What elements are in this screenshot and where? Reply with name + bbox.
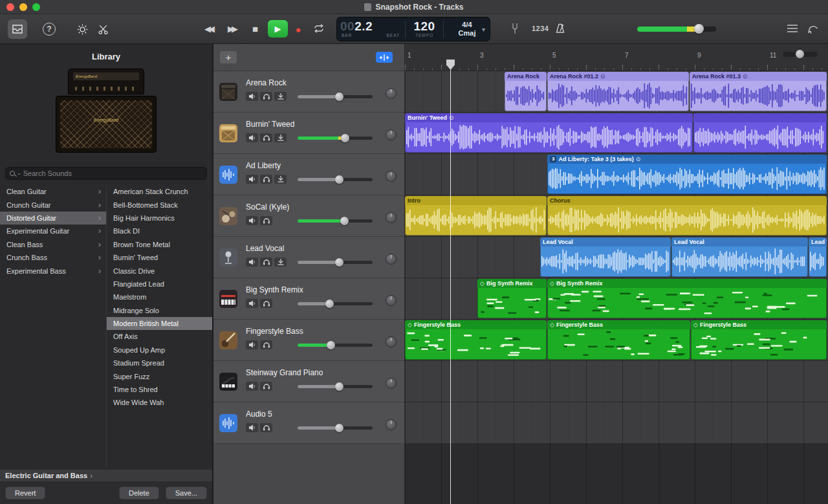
input-monitor-button[interactable] xyxy=(274,257,287,267)
pan-knob[interactable] xyxy=(386,336,397,347)
volume-thumb[interactable] xyxy=(327,341,335,349)
zoom-slider-knob[interactable] xyxy=(796,50,804,58)
midi-region-fingerstyle-bass[interactable]: ◇Fingerstyle Bass xyxy=(405,320,547,360)
loop-browser-button[interactable] xyxy=(807,23,818,34)
volume-slider[interactable] xyxy=(298,385,373,388)
lcd-tempo[interactable]: 120 TEMPO xyxy=(406,17,443,41)
track-header-burnin-tweed[interactable]: Burnin' Tweed xyxy=(213,113,405,154)
audio-region-intro[interactable]: Intro xyxy=(405,196,547,236)
pan-knob[interactable] xyxy=(386,378,397,389)
track-header-lead-vocal[interactable]: Lead Vocal xyxy=(213,237,405,278)
quick-help-button[interactable]: ? xyxy=(43,23,56,36)
library-patch-burnin-tweed[interactable]: Burnin' Tweed xyxy=(107,251,212,264)
library-patch-maelstrom[interactable]: Maelstrom xyxy=(107,290,212,303)
track-header-socal-kyle[interactable]: SoCal (Kyle) xyxy=(213,195,405,237)
revert-button[interactable]: Revert xyxy=(5,487,45,499)
library-patch-time-to-shred[interactable]: Time to Shred xyxy=(107,383,212,396)
mute-button[interactable] xyxy=(246,133,258,142)
library-category-clean-bass[interactable]: Clean Bass› xyxy=(0,238,106,251)
solo-button[interactable] xyxy=(260,216,272,225)
mute-button[interactable] xyxy=(246,257,258,267)
track-lane-steinway-grand-piano[interactable] xyxy=(405,361,828,402)
audio-region-arena-rock-01-2[interactable]: Arena Rock #01.2⊙ xyxy=(547,72,689,111)
library-patch-midrange-solo[interactable]: Midrange Solo xyxy=(107,304,212,317)
library-category-crunch-bass[interactable]: Crunch Bass› xyxy=(0,251,106,264)
mute-button[interactable] xyxy=(246,92,258,101)
library-patch-souped-up-amp[interactable]: Souped Up Amp xyxy=(107,344,212,356)
library-patch-off-axis[interactable]: Off Axis xyxy=(107,330,212,343)
volume-thumb[interactable] xyxy=(335,175,343,184)
audio-region-arena-rock-01-3[interactable]: Arena Rock #01.3⊙ xyxy=(690,72,827,111)
track-lane-big-synth-remix[interactable]: ◇Big Synth Remix◇Big Synth Remix xyxy=(405,278,828,320)
pan-knob[interactable] xyxy=(386,88,397,99)
pan-knob[interactable] xyxy=(386,129,397,140)
volume-slider[interactable] xyxy=(298,95,373,98)
library-patch-bell-bottomed-stack[interactable]: Bell-Bottomed Stack xyxy=(107,198,212,211)
track-lane-ad-liberty[interactable]: 3Ad Liberty: Take 3 (3 takes)⊙ xyxy=(405,154,828,195)
volume-slider[interactable] xyxy=(298,178,373,181)
library-category-clean-guitar[interactable]: Clean Guitar› xyxy=(0,185,106,198)
record-button[interactable]: ● xyxy=(292,23,304,35)
volume-slider[interactable] xyxy=(298,137,373,140)
add-track-button[interactable]: + xyxy=(220,51,237,63)
audio-region-burnin-tweed[interactable]: Burnin' Tweed⊙ xyxy=(405,113,693,153)
library-toggle-button[interactable] xyxy=(8,19,27,39)
pan-knob[interactable] xyxy=(386,254,397,265)
play-button[interactable]: ▶ xyxy=(268,20,288,38)
solo-button[interactable] xyxy=(260,257,272,267)
library-patch-big-hair-harmonics[interactable]: Big Hair Harmonics xyxy=(107,212,212,225)
library-category-distorted-guitar[interactable]: Distorted Guitar› xyxy=(0,212,106,225)
audio-region-lead-vocal[interactable]: Lead Vocal xyxy=(540,237,671,277)
midi-region-fingerstyle-bass[interactable]: ◇Fingerstyle Bass xyxy=(547,320,690,360)
library-footer[interactable]: Electric Guitar and Bass › xyxy=(0,469,212,481)
volume-thumb[interactable] xyxy=(335,424,343,432)
delete-button[interactable]: Delete xyxy=(119,487,159,499)
minimize-button[interactable] xyxy=(19,3,27,11)
volume-slider[interactable] xyxy=(298,426,373,430)
audio-region-lead-vocal[interactable]: Lead Vocal xyxy=(671,237,808,277)
catch-playhead-button[interactable] xyxy=(376,52,393,63)
solo-button[interactable] xyxy=(260,382,272,391)
input-monitor-button[interactable] xyxy=(274,175,287,184)
track-header-steinway-grand-piano[interactable]: Steinway Grand Piano xyxy=(213,361,405,402)
volume-thumb[interactable] xyxy=(335,382,343,391)
empty-lane-area[interactable] xyxy=(405,444,828,504)
mute-button[interactable] xyxy=(246,216,258,225)
volume-thumb[interactable] xyxy=(335,93,343,101)
track-lane-audio-5[interactable] xyxy=(405,402,828,444)
library-patch-modern-british-metal[interactable]: Modern British Metal xyxy=(107,317,212,330)
audio-region-chorus[interactable]: Chorus xyxy=(547,196,827,236)
library-category-experimental-bass[interactable]: Experimental Bass› xyxy=(0,264,106,277)
editors-button[interactable] xyxy=(97,23,109,35)
pan-knob[interactable] xyxy=(386,295,397,306)
forward-button[interactable]: ▶▶ xyxy=(228,24,235,34)
smart-controls-button[interactable] xyxy=(76,23,88,35)
audio-region-region[interactable] xyxy=(693,113,827,153)
timeline-ruler[interactable]: 1357911 xyxy=(405,44,828,71)
track-lane-fingerstyle-bass[interactable]: ◇Fingerstyle Bass◇Fingerstyle Bass◇Finge… xyxy=(405,320,828,361)
library-patch-flangiated-lead[interactable]: Flangiated Lead xyxy=(107,278,212,290)
volume-thumb[interactable] xyxy=(340,217,349,225)
note-pad-button[interactable] xyxy=(787,24,798,33)
pan-knob[interactable] xyxy=(386,171,397,182)
track-lane-socal-kyle[interactable]: IntroChorus xyxy=(405,195,828,237)
search-scope-chevron-icon[interactable]: ⌄ xyxy=(17,171,21,176)
solo-button[interactable] xyxy=(260,299,272,308)
library-category-crunch-guitar[interactable]: Crunch Guitar› xyxy=(0,198,106,211)
volume-thumb[interactable] xyxy=(325,300,334,308)
library-patch-stadium-spread[interactable]: Stadium Spread xyxy=(107,356,212,369)
close-button[interactable] xyxy=(6,3,14,11)
library-patch-black-di[interactable]: Black DI xyxy=(107,225,212,237)
chevron-down-icon[interactable]: ▾ xyxy=(482,26,485,33)
solo-button[interactable] xyxy=(260,133,272,142)
lcd-display[interactable]: 002.2 BARBEAT 120 TEMPO 4/4 Cmaj ▾ xyxy=(336,17,490,41)
solo-button[interactable] xyxy=(260,175,272,184)
volume-slider[interactable] xyxy=(298,219,373,223)
cycle-button[interactable] xyxy=(313,24,325,33)
track-lane-burnin-tweed[interactable]: Burnin' Tweed⊙ xyxy=(405,113,828,154)
pan-knob[interactable] xyxy=(386,419,397,430)
library-patch-american-stack-crunch[interactable]: American Stack Crunch xyxy=(107,185,212,198)
stop-button[interactable]: ■ xyxy=(252,23,258,34)
audio-region-ad-liberty-take-3-3-takes[interactable]: 3Ad Liberty: Take 3 (3 takes)⊙ xyxy=(547,155,827,194)
search-sounds-field[interactable]: ⌄ xyxy=(5,167,207,180)
